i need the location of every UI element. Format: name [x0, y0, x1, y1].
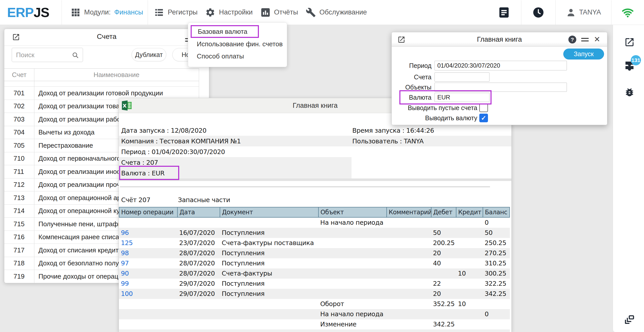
- nav-registers-label: Регистры: [168, 8, 198, 16]
- accounts-label: Счета: [392, 73, 431, 81]
- cell-balance: 50: [483, 228, 510, 238]
- account-code: 714: [4, 207, 34, 215]
- cell-comment: [386, 309, 431, 319]
- account-code: 702: [4, 102, 34, 110]
- notification-badge: 131: [631, 55, 641, 65]
- op-number-link[interactable]: 90: [119, 268, 177, 279]
- clock-icon[interactable]: [533, 7, 544, 18]
- column-header-name: Наименование: [34, 71, 199, 79]
- bug-icon[interactable]: [624, 87, 635, 98]
- cell-debit: [431, 218, 456, 228]
- report-params-dialog: Главная книга ? ✕ Запуск Период Счета Об…: [391, 32, 607, 125]
- op-number-link[interactable]: 98: [119, 248, 177, 258]
- show-empty-checkbox[interactable]: [479, 103, 488, 112]
- right-sidebar: 131: [613, 25, 644, 332]
- cell-credit: [456, 218, 483, 228]
- run-button[interactable]: Запуск: [563, 49, 604, 59]
- cell-comment: [386, 279, 431, 289]
- column-header-account: Счет: [4, 71, 34, 79]
- section-account-name: Запасные части: [178, 196, 230, 204]
- menu-item-base-currency[interactable]: Базовая валюта: [191, 25, 259, 38]
- table-row: На начало периода0: [119, 309, 510, 319]
- report-currency: Валюта : EUR: [121, 170, 164, 177]
- objects-label: Объекты: [392, 84, 431, 91]
- cell-balance: 300.25: [483, 268, 510, 279]
- period-input[interactable]: [435, 61, 567, 70]
- nav-modules[interactable]: Модули: Финансы: [71, 7, 143, 18]
- duplicate-button[interactable]: Дубликат: [132, 48, 166, 61]
- op-number-link[interactable]: 125: [119, 238, 177, 248]
- cell-date: 23/07/2020: [177, 238, 220, 248]
- topbar-divider: [555, 0, 556, 25]
- accounts-window-title: Счета: [4, 33, 209, 41]
- cell-date: [177, 299, 220, 309]
- show-currency-checkbox[interactable]: ✓: [479, 114, 488, 122]
- bar-chart-icon: [260, 7, 271, 18]
- nav-maintenance-label: Обслуживание: [319, 8, 367, 16]
- company: Компания : Тестовая КОМПАНИЯ №1: [121, 138, 241, 145]
- currency-field-row: Валюта: [392, 93, 607, 102]
- currency-input[interactable]: [435, 93, 489, 102]
- account-code: 712: [4, 181, 34, 189]
- cell-date: 28/07/2020: [177, 268, 220, 279]
- cell-credit: 10: [456, 268, 483, 279]
- accounts-input[interactable]: [435, 72, 489, 82]
- menu-item-fin-accounts-usage[interactable]: Использование фин. счетов: [188, 38, 287, 50]
- nav-settings[interactable]: Настройки: [205, 7, 253, 18]
- nav-reports[interactable]: Отчёты: [260, 7, 298, 18]
- table-row: 10029/07/2020Поступления20342.25: [119, 289, 510, 299]
- open-in-new-icon[interactable]: [624, 37, 635, 48]
- cell-credit: [456, 238, 483, 248]
- close-icon[interactable]: ✕: [594, 36, 600, 43]
- help-icon[interactable]: ?: [568, 36, 576, 43]
- table-row: Оборот352.2510: [119, 299, 510, 309]
- window-menu-icon[interactable]: [581, 38, 589, 43]
- table-row: 9728/07/2020Поступления40310.25: [119, 258, 510, 268]
- user-menu[interactable]: TANYA: [566, 7, 601, 18]
- cell-debit: 40: [431, 258, 456, 268]
- cell-object: [318, 238, 386, 248]
- col-comment: Комментарий: [386, 207, 431, 217]
- nav-registers[interactable]: Регистры: [154, 7, 198, 18]
- op-number-link[interactable]: 100: [119, 289, 177, 299]
- show-empty-row: Выводить пустые счета: [392, 103, 607, 112]
- objects-input[interactable]: [435, 83, 567, 92]
- cell-debit: [431, 309, 456, 319]
- cell-comment: [386, 228, 431, 238]
- table-row-partial: [119, 329, 510, 332]
- account-code: 710: [4, 155, 34, 162]
- op-number-link[interactable]: [119, 218, 177, 228]
- cell-comment: [386, 218, 431, 228]
- top-bar: ERPJS Модули: Финансы Регистры Настройки: [0, 0, 644, 25]
- objects-field-row: Объекты: [392, 83, 607, 92]
- op-number-link[interactable]: 97: [119, 258, 177, 268]
- search-input[interactable]: [12, 48, 83, 62]
- run-date: Дата запуска : 12/08/2020: [121, 127, 206, 134]
- op-number-link[interactable]: 96: [119, 228, 177, 238]
- table-row[interactable]: [4, 81, 199, 87]
- active-module-link[interactable]: Финансы: [114, 8, 143, 16]
- accounts-field-row: Счета: [392, 72, 607, 82]
- show-empty-label: Выводить пустые счета: [392, 104, 477, 112]
- wifi-status-icon: [621, 6, 634, 19]
- account-code: 718: [4, 259, 34, 267]
- cell-debit: 342.25: [431, 319, 456, 329]
- op-number-link[interactable]: 99: [119, 279, 177, 289]
- period-field-row: Период: [392, 61, 607, 70]
- account-code: 713: [4, 194, 34, 202]
- report-info-row: Валюта : EUR: [119, 168, 511, 178]
- op-number-link: [119, 319, 177, 329]
- menu-item-payment-method[interactable]: Способ оплаты: [188, 50, 287, 62]
- cell-credit: [456, 309, 483, 319]
- cell-doc: [220, 299, 318, 309]
- cell-debit: 22: [431, 279, 456, 289]
- transactions-table-body: На начало периода0 9616/07/2020Поступлен…: [119, 218, 510, 332]
- cascade-windows-icon[interactable]: [624, 314, 635, 325]
- cell-comment: [386, 248, 431, 258]
- nav-maintenance[interactable]: Обслуживание: [306, 7, 367, 18]
- journal-icon[interactable]: [498, 7, 510, 18]
- cell-date: [177, 218, 220, 228]
- account-code: 701: [4, 89, 34, 97]
- cell-balance: [483, 319, 510, 329]
- list-rows-icon: [154, 7, 164, 18]
